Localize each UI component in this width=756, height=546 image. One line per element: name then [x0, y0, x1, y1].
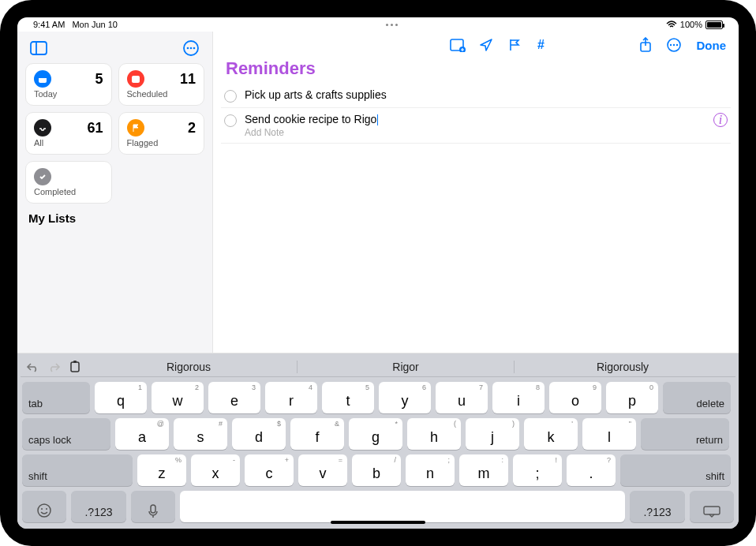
shift-key[interactable]: shift	[620, 454, 731, 486]
key-j[interactable]: j)	[466, 418, 519, 450]
sidebar: 5 Today 11 Scheduled	[17, 32, 213, 353]
key-r[interactable]: r4	[265, 382, 317, 413]
key-k[interactable]: k'	[524, 418, 578, 450]
detail-toolbar: # Done	[213, 32, 739, 58]
svg-text:#: #	[537, 38, 545, 51]
ipad-frame: 9:41 AM Mon Jun 10 100%	[0, 0, 756, 546]
smart-card-scheduled[interactable]: 11 Scheduled	[118, 63, 205, 106]
multitask-dots[interactable]	[118, 24, 666, 26]
tab-key[interactable]: tab	[22, 382, 90, 413]
suggestion[interactable]: Rigor	[298, 361, 515, 373]
today-label: Today	[34, 89, 103, 99]
emoji-key[interactable]	[22, 491, 66, 522]
svg-rect-22	[151, 505, 155, 513]
smart-card-completed[interactable]: Completed	[25, 161, 112, 204]
delete-key[interactable]: delete	[663, 382, 731, 413]
key-z[interactable]: z%	[137, 454, 186, 486]
svg-point-14	[669, 44, 671, 46]
reminder-item-editing[interactable]: Send cookie recipe to Rigo Add Note i	[221, 108, 731, 144]
dismiss-keyboard-key[interactable]	[690, 491, 734, 522]
smart-card-all[interactable]: 61 All	[25, 112, 112, 155]
calendar-add-icon[interactable]	[449, 36, 466, 54]
text-cursor	[377, 114, 378, 125]
checkmark-icon	[34, 168, 51, 185]
key-;[interactable]: ;!	[513, 454, 562, 486]
redo-icon[interactable]	[47, 361, 62, 372]
dictation-key[interactable]	[131, 491, 175, 522]
key-m[interactable]: m:	[459, 454, 508, 486]
tag-icon[interactable]: #	[534, 36, 552, 54]
spacebar-key[interactable]	[180, 491, 625, 522]
reminder-title-editing[interactable]: Send cookie recipe to Rigo	[245, 113, 705, 125]
key-g[interactable]: g*	[349, 418, 402, 450]
key-w[interactable]: w2	[152, 382, 204, 413]
svg-point-15	[672, 44, 674, 46]
key-x[interactable]: x-	[191, 454, 240, 486]
key-b[interactable]: b/	[352, 454, 401, 486]
sidebar-toggle-icon[interactable]	[28, 38, 49, 58]
key-f[interactable]: f&	[290, 418, 344, 450]
today-count: 5	[95, 71, 103, 88]
suggestion[interactable]: Rigorously	[515, 361, 731, 373]
scheduled-count: 11	[180, 71, 196, 88]
flagged-count: 2	[188, 120, 196, 136]
smart-card-flagged[interactable]: 2 Flagged	[118, 112, 205, 155]
key-p[interactable]: p0	[606, 382, 658, 413]
all-count: 61	[87, 120, 103, 136]
shift-key[interactable]: shift	[22, 454, 133, 486]
key-e[interactable]: e3	[208, 382, 260, 413]
more-circle-icon[interactable]	[665, 36, 683, 54]
wifi-icon	[666, 21, 677, 28]
clipboard-icon[interactable]	[69, 361, 80, 373]
reminder-title[interactable]: Pick up arts & crafts supplies	[245, 88, 728, 101]
key-v[interactable]: v=	[298, 454, 347, 486]
key-c[interactable]: c+	[245, 454, 294, 486]
location-icon[interactable]	[477, 36, 495, 54]
key-h[interactable]: h(	[407, 418, 461, 450]
svg-rect-0	[31, 42, 47, 54]
home-indicator[interactable]	[331, 521, 425, 524]
battery-icon	[705, 21, 723, 29]
svg-point-16	[676, 44, 677, 46]
key-s[interactable]: s#	[174, 418, 227, 450]
status-date: Mon Jun 10	[72, 20, 117, 29]
reminders-list: Pick up arts & crafts supplies Send cook…	[213, 84, 739, 144]
numbers-key[interactable]: .?123	[630, 491, 685, 522]
key-l[interactable]: l"	[582, 418, 636, 450]
done-button[interactable]: Done	[694, 39, 730, 52]
capslock-key[interactable]: caps lock	[22, 418, 110, 450]
info-details-icon[interactable]: i	[713, 113, 728, 127]
completed-label: Completed	[34, 187, 103, 196]
scheduled-label: Scheduled	[127, 89, 196, 99]
numbers-key[interactable]: .?123	[71, 491, 126, 522]
flag-outline-icon[interactable]	[506, 36, 523, 54]
share-icon[interactable]	[637, 36, 654, 54]
add-note-placeholder[interactable]: Add Note	[245, 127, 705, 138]
key-a[interactable]: a@	[115, 418, 169, 450]
undo-icon[interactable]	[25, 361, 39, 372]
key-d[interactable]: d$	[232, 418, 286, 450]
svg-rect-8	[132, 76, 140, 83]
flag-icon	[127, 119, 144, 136]
svg-rect-23	[704, 507, 720, 514]
calendar-icon	[127, 70, 144, 88]
my-lists-header: My Lists	[24, 204, 206, 225]
key-.[interactable]: .?	[567, 454, 616, 486]
complete-radio[interactable]	[224, 114, 237, 127]
key-n[interactable]: n;	[406, 454, 455, 486]
battery-percent: 100%	[680, 20, 702, 29]
key-y[interactable]: y6	[379, 382, 431, 413]
key-i[interactable]: i8	[492, 382, 545, 413]
svg-rect-7	[39, 76, 47, 78]
smart-card-today[interactable]: 5 Today	[25, 63, 112, 106]
more-options-icon[interactable]	[181, 38, 201, 58]
key-u[interactable]: u7	[436, 382, 488, 413]
suggestion[interactable]: Rigorous	[80, 361, 298, 373]
complete-radio[interactable]	[224, 90, 237, 103]
svg-point-5	[193, 47, 196, 50]
key-o[interactable]: o9	[549, 382, 601, 413]
return-key[interactable]: return	[641, 418, 729, 450]
key-t[interactable]: t5	[322, 382, 374, 413]
key-q[interactable]: q1	[95, 382, 147, 413]
reminder-item[interactable]: Pick up arts & crafts supplies	[221, 84, 731, 108]
